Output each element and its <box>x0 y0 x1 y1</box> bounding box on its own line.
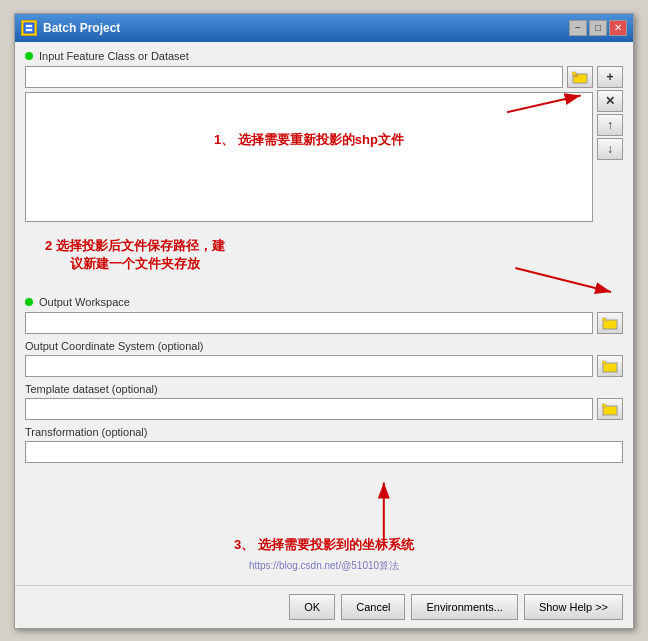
input-field[interactable] <box>25 66 563 88</box>
template-row <box>25 398 623 420</box>
dialog-content: Input Feature Class or Dataset <box>15 42 633 585</box>
input-list-box[interactable]: 1、 选择需要重新投影的shp文件 <box>25 92 593 222</box>
side-buttons-group: + ✕ ↑ ↓ <box>597 66 623 226</box>
coord-system-browse-button[interactable] <box>597 355 623 377</box>
cancel-button[interactable]: Cancel <box>341 594 405 620</box>
template-label: Template dataset (optional) <box>25 383 623 395</box>
step3-annotation-area: 3、 选择需要投影到的坐标系统 <box>25 469 623 559</box>
output-workspace-field[interactable] <box>25 312 593 334</box>
output-workspace-row <box>25 312 623 334</box>
window-controls: − □ ✕ <box>569 20 627 36</box>
minimize-button[interactable]: − <box>569 20 587 36</box>
input-label-text: Input Feature Class or Dataset <box>39 50 189 62</box>
svg-line-9 <box>515 268 611 292</box>
input-list-area: 1、 选择需要重新投影的shp文件 <box>25 66 593 226</box>
ok-button[interactable]: OK <box>289 594 335 620</box>
step2-annotation: 2 选择投影后文件保存路径，建 议新建一个文件夹存放 <box>45 237 225 273</box>
coord-system-field[interactable] <box>25 355 593 377</box>
output-workspace-browse-button[interactable] <box>597 312 623 334</box>
svg-rect-11 <box>602 318 606 321</box>
dialog-footer: OK Cancel Environments... Show Help >> <box>15 585 633 628</box>
transformation-field[interactable] <box>25 441 623 463</box>
step3-annotation: 3、 选择需要投影到的坐标系统 <box>234 536 414 554</box>
svg-rect-13 <box>602 361 606 364</box>
svg-rect-0 <box>24 23 34 33</box>
step1-arrow <box>26 93 592 221</box>
input-browse-row <box>25 66 593 88</box>
coord-system-label: Output Coordinate System (optional) <box>25 340 623 352</box>
output-section-label: Output Workspace <box>25 296 623 308</box>
move-down-button[interactable]: ↓ <box>597 138 623 160</box>
template-browse-button[interactable] <box>597 398 623 420</box>
svg-line-7 <box>507 95 581 112</box>
svg-rect-14 <box>603 406 617 415</box>
coord-system-row <box>25 355 623 377</box>
output-required-indicator <box>25 298 33 306</box>
transformation-row <box>25 441 623 463</box>
title-bar: Batch Project − □ ✕ <box>15 14 633 42</box>
step1-annotation: 1、 选择需要重新投影的shp文件 <box>54 131 563 149</box>
svg-rect-1 <box>26 25 32 27</box>
input-browse-button[interactable] <box>567 66 593 88</box>
svg-rect-12 <box>603 363 617 372</box>
main-window: Batch Project − □ ✕ Input Feature Class … <box>14 13 634 629</box>
watermark: https://blog.csdn.net/@51010算法 <box>25 559 623 573</box>
maximize-button[interactable]: □ <box>589 20 607 36</box>
show-help-button[interactable]: Show Help >> <box>524 594 623 620</box>
svg-rect-10 <box>603 320 617 329</box>
template-field[interactable] <box>25 398 593 420</box>
output-label-text: Output Workspace <box>39 296 130 308</box>
step2-annotation-area: 2 选择投影后文件保存路径，建 议新建一个文件夹存放 <box>25 232 623 292</box>
title-bar-left: Batch Project <box>21 20 120 36</box>
close-button[interactable]: ✕ <box>609 20 627 36</box>
svg-rect-15 <box>602 404 606 407</box>
environments-button[interactable]: Environments... <box>411 594 517 620</box>
transformation-label: Transformation (optional) <box>25 426 623 438</box>
remove-row-button[interactable]: ✕ <box>597 90 623 112</box>
svg-rect-2 <box>26 29 32 31</box>
move-up-button[interactable]: ↑ <box>597 114 623 136</box>
window-title: Batch Project <box>43 21 120 35</box>
input-section-label: Input Feature Class or Dataset <box>25 50 623 62</box>
app-icon <box>21 20 37 36</box>
input-required-indicator <box>25 52 33 60</box>
svg-rect-5 <box>572 72 576 75</box>
input-list-wrapper: 1、 选择需要重新投影的shp文件 + ✕ <box>25 66 623 226</box>
add-row-button[interactable]: + <box>597 66 623 88</box>
